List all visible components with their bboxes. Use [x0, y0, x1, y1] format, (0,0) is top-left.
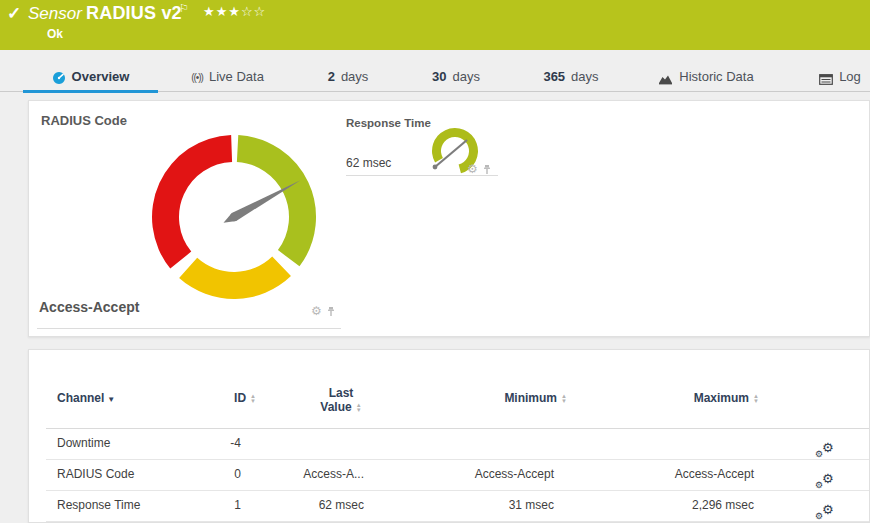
channel-settings-button[interactable]: ⚙⚙: [815, 459, 841, 490]
sort-icon: ▲▼: [356, 403, 362, 413]
response-time-settings-gear-icon[interactable]: ⚙: [467, 163, 478, 175]
channel-settings-button[interactable]: ⚙⚙: [815, 490, 841, 521]
tab-bar: Overview ((•)) Live Data 2 days 30 days …: [0, 50, 870, 92]
table-row-downtime: Downtime -4 ⚙⚙: [29, 428, 869, 459]
tab-historic-data[interactable]: Historic Data: [648, 50, 764, 92]
live-data-icon: ((•)): [191, 72, 203, 83]
cell-maximum: 2,296 msec: [614, 490, 754, 521]
tab-365-days[interactable]: 365 days: [536, 50, 606, 92]
tab-365-days-number: 365: [543, 69, 565, 84]
tab-live-data-label: Live Data: [209, 69, 264, 84]
gauge-segment-error: [152, 135, 232, 269]
response-time-pin-icon[interactable]: [482, 164, 492, 175]
status-ok-check-icon: ✓: [7, 3, 21, 24]
cell-channel[interactable]: Response Time: [57, 490, 140, 521]
column-header-id[interactable]: ID▲▼: [156, 391, 256, 405]
row-divider: [46, 521, 869, 522]
sensor-type-label: Sensor: [28, 4, 82, 24]
log-list-icon: [819, 74, 833, 85]
gauge-icon: [52, 71, 66, 85]
tab-historic-data-label: Historic Data: [679, 69, 753, 84]
gears-icon: ⚙⚙: [815, 466, 837, 484]
channel-settings-button[interactable]: ⚙⚙: [815, 428, 841, 459]
tab-365-days-label: days: [571, 69, 598, 84]
table-row-response-time: Response Time 1 62 msec 31 msec 2,296 ms…: [29, 490, 869, 521]
column-header-maximum[interactable]: Maximum▲▼: [619, 391, 759, 405]
response-time-divider: [346, 175, 498, 176]
mini-gauge-needle-tip: [433, 165, 438, 170]
page-title: RADIUS v2: [86, 3, 182, 24]
tab-overview[interactable]: Overview: [23, 50, 158, 92]
cell-minimum: 31 msec: [414, 490, 554, 521]
cell-id: -4: [141, 428, 241, 459]
gears-icon: ⚙⚙: [815, 435, 837, 453]
cell-id: 0: [141, 459, 241, 490]
gauge-segment-warning: [179, 257, 291, 299]
sensor-status-badge: Ok: [47, 27, 63, 41]
radius-code-divider: [37, 328, 341, 329]
tab-2-days[interactable]: 2 days: [318, 50, 378, 92]
gauges-panel: RADIUS Code Access-Accept ⚙ Response Tim…: [28, 100, 870, 337]
sort-icon: ▲▼: [561, 394, 567, 404]
area-chart-icon: [658, 73, 673, 85]
sort-icon: ▲▼: [753, 394, 759, 404]
sort-icon: ▲▼: [250, 394, 256, 404]
tab-2-days-label: days: [341, 69, 368, 84]
priority-stars[interactable]: ★★★☆☆: [203, 4, 266, 19]
prtg-sensor-page: ✓ Sensor RADIUS v2 ⚐ ★★★☆☆ Ok Overview (…: [0, 0, 870, 523]
tab-30-days[interactable]: 30 days: [425, 50, 487, 92]
radius-code-value-label: Access-Accept: [39, 299, 139, 315]
radius-code-gauge: [142, 125, 326, 309]
tab-30-days-number: 30: [432, 69, 446, 84]
gauge-segment-ok: [237, 135, 316, 266]
sorted-desc-icon: ▼: [107, 395, 115, 404]
column-header-last-value-line2[interactable]: Value▲▼: [291, 400, 391, 414]
response-time-gauge-title: Response Time: [346, 117, 431, 129]
priority-flag-icon[interactable]: ⚐: [179, 2, 189, 15]
tab-overview-label: Overview: [72, 69, 130, 84]
tab-log-label: Log: [839, 69, 861, 84]
radius-code-pin-icon[interactable]: [326, 306, 336, 317]
tab-2-days-number: 2: [328, 69, 335, 84]
radius-code-settings-gear-icon[interactable]: ⚙: [311, 305, 322, 317]
stars-filled[interactable]: ★★★: [203, 4, 241, 19]
radius-code-gauge-title: RADIUS Code: [41, 113, 127, 128]
cell-minimum: Access-Accept: [414, 459, 554, 490]
column-header-minimum[interactable]: Minimum▲▼: [427, 391, 567, 405]
cell-last-value: Access-A...: [264, 459, 364, 490]
gears-icon: ⚙⚙: [815, 497, 837, 515]
sensor-header: ✓ Sensor RADIUS v2 ⚐ ★★★☆☆ Ok: [0, 0, 870, 50]
cell-channel[interactable]: RADIUS Code: [57, 459, 134, 490]
table-row-radius-code: RADIUS Code 0 Access-A... Access-Accept …: [29, 459, 869, 490]
column-header-last-value-line1[interactable]: Last: [291, 386, 391, 400]
column-header-channel[interactable]: Channel▼: [57, 391, 115, 405]
cell-channel[interactable]: Downtime: [57, 428, 110, 459]
cell-maximum: Access-Accept: [614, 459, 754, 490]
channels-table-panel: Channel▼ ID▲▼ Last Value▲▼ Minimum▲▼ Max…: [28, 349, 870, 523]
gauge-needle-pivot: [230, 213, 238, 221]
tab-log[interactable]: Log: [812, 50, 868, 92]
tab-30-days-label: days: [453, 69, 480, 84]
cell-id: 1: [141, 490, 241, 521]
cell-last-value: 62 msec: [264, 490, 364, 521]
response-time-value-label: 62 msec: [346, 156, 391, 170]
tab-live-data[interactable]: ((•)) Live Data: [180, 50, 275, 92]
stars-empty[interactable]: ☆☆: [241, 4, 266, 19]
